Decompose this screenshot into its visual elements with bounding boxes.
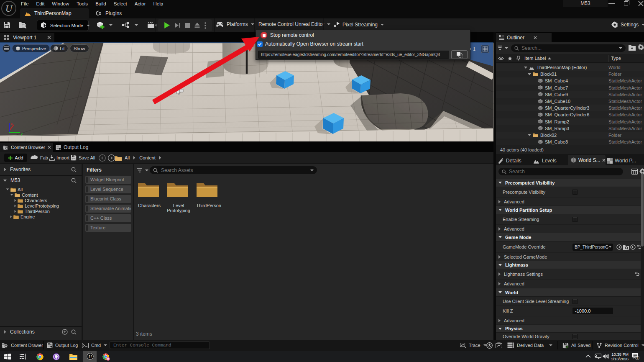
svg-text:1: 1 bbox=[636, 356, 639, 360]
svg-text:M: M bbox=[107, 358, 109, 360]
svg-text:x: x bbox=[11, 122, 13, 126]
svg-text:U: U bbox=[89, 354, 92, 359]
svg-text:U: U bbox=[5, 3, 13, 14]
svg-text:y: y bbox=[21, 132, 23, 136]
